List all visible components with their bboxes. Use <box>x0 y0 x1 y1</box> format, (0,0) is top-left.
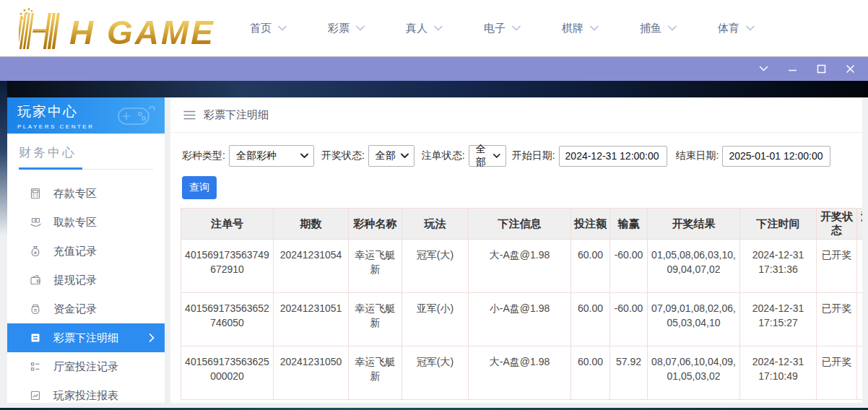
main-nav: 首页彩票真人电子棋牌捕鱼体育 <box>250 22 755 35</box>
sidebar-item-2[interactable]: 取款专区 <box>7 208 165 237</box>
cell-bet-time: 2024-12-31 17:15:27 <box>740 293 817 346</box>
sidebar-item-label: 存款专区 <box>53 187 97 201</box>
cell-win-loss: 57.92 <box>610 346 648 400</box>
column-header-period: 期数 <box>274 209 349 240</box>
cell-order-status: 有效 <box>857 293 863 346</box>
cell-bet-no: 401569173563625000020 <box>181 346 274 400</box>
table-body: 40156917356374967291020241231054幸运飞艇新冠军(… <box>181 240 863 400</box>
cell-bet-info: 小-A盘@1.98 <box>469 293 571 346</box>
nav-item-7[interactable]: 体育 <box>718 22 755 35</box>
chevron-down-icon <box>300 153 308 159</box>
column-header-order-status: 注单状态 <box>857 209 863 240</box>
column-header-play-type: 玩法 <box>402 209 469 240</box>
sidebar-item-label: 充值记录 <box>53 245 97 258</box>
logo-text: H GAME <box>69 17 215 49</box>
table-row-3: 40156917356362500002020241231050幸运飞艇新冠军(… <box>181 346 863 400</box>
cell-period: 20241231054 <box>274 240 349 293</box>
sidebar-item-label: 提现记录 <box>53 274 97 287</box>
gamepad-icon <box>117 102 157 128</box>
hamburger-icon[interactable] <box>183 110 196 120</box>
nav-item-label: 真人 <box>406 22 428 35</box>
nav-item-label: 首页 <box>250 22 272 35</box>
table-row-2: 40156917356365274605020241231051幸运飞艇新亚军(… <box>181 293 863 346</box>
order-status-label: 注单状态: <box>422 149 465 162</box>
column-header-win-loss: 输赢 <box>610 209 648 240</box>
sidebar-section-title: 财务中心 <box>19 144 153 169</box>
player-bet-report-icon <box>29 390 42 401</box>
sidebar-item-4[interactable]: 提现记录 <box>7 266 165 295</box>
cell-lottery-name: 幸运飞艇新 <box>349 293 402 346</box>
filter-bar: 彩种类型: 全部彩种 开奖状态: 全部 注单状态: 全部 开始日期: 结束日期: <box>170 133 862 167</box>
query-button[interactable]: 查询 <box>182 176 217 199</box>
cell-lottery-name: 幸运飞艇新 <box>349 346 402 400</box>
table-row-1: 40156917356374967291020241231054幸运飞艇新冠军(… <box>181 240 863 293</box>
nav-item-label: 电子 <box>484 22 505 35</box>
column-header-bet-info: 下注信息 <box>469 209 571 240</box>
titlebar-maximize-button[interactable] <box>817 64 826 74</box>
nav-item-1[interactable]: 首页 <box>250 22 287 35</box>
chevron-down-icon <box>512 25 521 31</box>
minimize-icon <box>788 64 797 74</box>
cell-lottery-name: 幸运飞艇新 <box>349 240 402 293</box>
nav-item-5[interactable]: 棋牌 <box>562 22 599 35</box>
nav-item-label: 彩票 <box>328 22 350 35</box>
nav-item-6[interactable]: 捕鱼 <box>640 22 677 35</box>
chevron-right-icon <box>149 333 155 342</box>
titlebar-close-button[interactable] <box>846 64 855 74</box>
cell-draw-result: 08,07,06,10,04,09,01,05,03,02 <box>648 346 740 400</box>
sidebar-item-6[interactable]: 彩票下注明细 <box>7 323 165 352</box>
bet-table-container: 注单号期数彩种名称玩法下注信息投注额输赢开奖结果下注时间开奖状态注单状态 401… <box>170 204 862 400</box>
sidebar-menu: 存款专区取款专区充值记录提现记录资金记录彩票下注明细厅室投注记录玩家投注报表 <box>7 179 165 410</box>
start-date-label: 开始日期: <box>512 149 555 162</box>
sidebar-item-7[interactable]: 厅室投注记录 <box>7 352 165 381</box>
start-date-input[interactable] <box>559 146 667 167</box>
recharge-record-icon <box>29 245 42 257</box>
sidebar-item-label: 资金记录 <box>53 302 97 316</box>
cell-win-loss: -60.00 <box>610 293 648 346</box>
chevron-down-icon <box>759 66 768 72</box>
order-status-select[interactable]: 全部 <box>469 145 506 167</box>
cell-draw-status: 已开奖 <box>817 293 857 346</box>
cell-bet-no: 401569173563749672910 <box>181 240 274 293</box>
logo-h-bars-icon <box>19 7 66 49</box>
sidebar-item-8[interactable]: 玩家投注报表 <box>7 381 165 410</box>
lottery-bet-detail-icon <box>29 332 42 344</box>
titlebar-collapse-button[interactable] <box>759 66 768 72</box>
cell-draw-result: 01,05,08,06,03,10,09,04,07,02 <box>648 240 740 293</box>
brand-logo[interactable]: H GAME <box>19 7 215 49</box>
main-panel: 彩票下注明细 彩种类型: 全部彩种 开奖状态: 全部 注单状态: 全部 开始日期… <box>170 97 862 403</box>
hall-bet-record-icon <box>29 361 42 372</box>
nav-item-label: 体育 <box>718 22 739 35</box>
draw-status-value: 全部 <box>376 149 396 162</box>
bet-table: 注单号期数彩种名称玩法下注信息投注额输赢开奖结果下注时间开奖状态注单状态 401… <box>181 208 862 400</box>
column-header-bet-amount: 投注额 <box>571 209 610 240</box>
end-date-input[interactable] <box>722 146 830 167</box>
lottery-type-select[interactable]: 全部彩种 <box>229 145 314 167</box>
nav-item-3[interactable]: 真人 <box>406 22 443 35</box>
chevron-down-icon <box>434 25 443 31</box>
sidebar-item-3[interactable]: 充值记录 <box>7 237 165 266</box>
end-date-label: 结束日期: <box>676 149 719 162</box>
nav-item-2[interactable]: 彩票 <box>328 22 365 35</box>
cell-win-loss: -60.00 <box>610 240 648 293</box>
column-header-draw-status: 开奖状态 <box>817 209 857 240</box>
maximize-icon <box>817 64 826 74</box>
sidebar-item-5[interactable]: 资金记录 <box>7 295 165 323</box>
lottery-type-value: 全部彩种 <box>236 149 277 162</box>
sidebar-item-1[interactable]: 存款专区 <box>7 179 165 208</box>
nav-item-4[interactable]: 电子 <box>484 22 521 35</box>
order-status-value: 全部 <box>476 143 493 169</box>
nav-item-label: 棋牌 <box>562 22 583 35</box>
page-title: 彩票下注明细 <box>204 108 269 122</box>
cell-period: 20241231051 <box>274 293 349 346</box>
sidebar-item-label: 厅室投注记录 <box>53 360 118 374</box>
cell-bet-amount: 60.00 <box>571 346 610 400</box>
sidebar-section-underline <box>19 169 153 170</box>
titlebar-minimize-button[interactable] <box>788 64 797 74</box>
draw-status-select[interactable]: 全部 <box>368 145 415 167</box>
cell-draw-result: 07,09,01,08,02,06,05,03,04,10 <box>648 293 740 346</box>
column-header-draw-result: 开奖结果 <box>648 209 740 240</box>
funds-record-icon <box>29 303 42 315</box>
draw-status-label: 开奖状态: <box>321 149 365 162</box>
deposit-icon <box>29 188 42 199</box>
